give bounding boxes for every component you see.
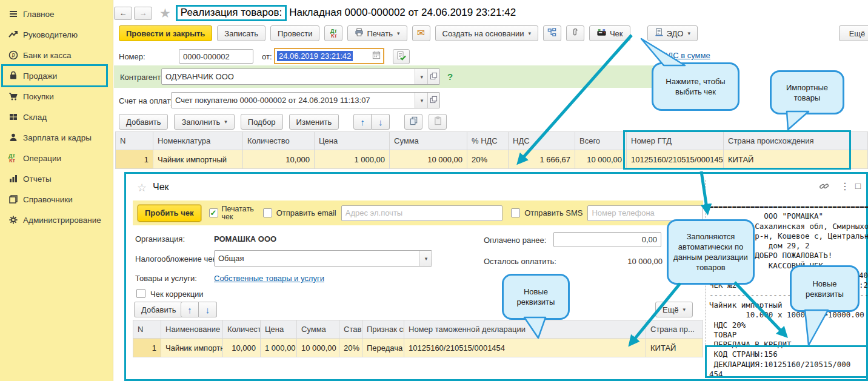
dialog-more-button[interactable]: Ещё▾ <box>655 302 693 317</box>
print-check-label: Печатать чек <box>222 205 255 221</box>
down-arrow-icon: ↓ <box>378 117 383 127</box>
vat-in-total-link[interactable]: НДС в сумме <box>662 51 710 60</box>
callout-auto-fill: Заполняются автоматически по данным реал… <box>667 219 755 285</box>
sidebar-item-warehouse[interactable]: Склад <box>2 107 107 127</box>
move-up-button[interactable]: ↑ <box>353 114 372 130</box>
help-icon[interactable]: ? <box>447 71 453 82</box>
save-button[interactable]: Записать <box>217 25 265 41</box>
up-arrow-icon: ↑ <box>360 117 365 127</box>
paste-button[interactable] <box>429 114 447 130</box>
title-highlight-box: Реализация товаров: <box>176 5 287 21</box>
edo-icon <box>655 28 664 39</box>
sidebar-item-label: Операции <box>23 154 61 163</box>
punch-check-button[interactable]: Пробить чек <box>138 205 201 222</box>
paid-earlier-field[interactable] <box>553 232 661 247</box>
related-docs-button[interactable] <box>543 25 561 41</box>
post-check-button[interactable] <box>393 49 410 64</box>
forward-icon: → <box>139 8 147 18</box>
counterparty-dropdown-button[interactable]: ▾ <box>415 69 427 84</box>
dialog-items-table: N Наименование Количество Цена Сумма Ста… <box>133 320 703 357</box>
open-icon <box>430 96 438 105</box>
forward-button[interactable]: → <box>134 7 152 20</box>
counterparty-open-button[interactable] <box>427 69 439 84</box>
post-button[interactable]: Провести <box>270 25 320 41</box>
bars-icon <box>8 174 23 184</box>
dtkt-icon: ДтКт <box>8 153 23 163</box>
dropdown-icon: ▾ <box>528 30 531 36</box>
number-field[interactable] <box>179 49 253 64</box>
move-down-button[interactable]: ↓ <box>372 114 390 130</box>
edo-button[interactable]: ЭДО▾ <box>647 25 698 41</box>
organization-label: Организация: <box>135 234 185 244</box>
fill-button[interactable]: Заполнить▾ <box>174 114 234 130</box>
date-field[interactable]: 24.06.2019 23:21:42 <box>274 48 384 64</box>
back-icon: ← <box>119 8 127 18</box>
post-check-icon <box>396 51 406 62</box>
items-table-row[interactable]: 1 Чайник импортный 10,000 1 000,00 10 00… <box>116 150 868 169</box>
sidebar-item-purchases[interactable]: Покупки <box>2 86 107 107</box>
gear-icon <box>8 215 23 225</box>
sidebar-item-hr[interactable]: Зарплата и кадры <box>2 127 107 148</box>
svg-text:₽: ₽ <box>12 53 15 59</box>
sidebar-item-reports[interactable]: Отчеты <box>2 168 107 189</box>
favorite-star-icon[interactable]: ★ <box>159 6 171 21</box>
trend-icon <box>8 30 23 39</box>
sidebar-item-manager[interactable]: Руководителю <box>2 24 107 45</box>
invoice-dropdown-button[interactable]: ▾ <box>415 93 427 108</box>
edit-button[interactable]: Изменить <box>289 114 339 130</box>
back-button[interactable]: ← <box>114 7 132 20</box>
items-table: N Номенклатура Количество Цена Сумма % Н… <box>115 131 868 169</box>
sidebar-item-operations[interactable]: ДтКтОперации <box>2 148 107 168</box>
sidebar-item-main[interactable]: Главное <box>2 4 107 24</box>
own-goods-link[interactable]: Собственные товары и услуги <box>214 274 324 283</box>
sidebar-item-admin[interactable]: Администрирование <box>2 210 107 230</box>
add-row-button[interactable]: Добавить <box>119 114 168 130</box>
kebab-icon[interactable]: ⋮ <box>840 181 850 192</box>
invoice-field[interactable]: ▾ <box>171 92 440 108</box>
send-sms-checkbox[interactable] <box>511 208 520 217</box>
copy-button[interactable] <box>404 114 422 130</box>
attachments-button[interactable] <box>566 25 584 41</box>
more-button[interactable]: Ещё <box>839 25 868 41</box>
bag-icon <box>8 71 23 81</box>
envelope-icon: ✉ <box>417 28 425 38</box>
calendar-icon[interactable] <box>372 51 381 61</box>
check-button[interactable]: Чек <box>589 25 630 41</box>
print-button[interactable]: Печать▾ <box>347 25 407 41</box>
sidebar-item-label: Администрирование <box>23 216 101 225</box>
dialog-move-down-button[interactable]: ↓ <box>199 302 217 317</box>
print-check-checkbox[interactable] <box>209 208 218 217</box>
send-email-checkbox[interactable] <box>263 208 272 217</box>
date-value-selected[interactable]: 24.06.2019 23:21:42 <box>277 51 353 61</box>
dialog-title: Чек <box>153 182 169 193</box>
sidebar-item-sales[interactable]: Продажи <box>2 65 107 86</box>
taxation-dropdown-button[interactable]: ▾ <box>419 251 432 266</box>
maximize-icon[interactable]: □ <box>855 181 861 191</box>
printer-icon <box>355 28 364 39</box>
create-based-on-button[interactable]: Создать на основании▾ <box>435 25 538 41</box>
send-sms-label: Отправить SMS <box>524 208 583 217</box>
invoice-open-button[interactable] <box>427 93 439 108</box>
link-icon[interactable] <box>819 181 829 193</box>
date-label: от: <box>262 52 272 61</box>
sidebar-item-bank[interactable]: ₽Банк и касса <box>2 45 107 65</box>
main-toolbar: Провести и закрыть Записать Провести ДтК… <box>119 25 698 41</box>
correction-check-checkbox[interactable] <box>136 289 145 298</box>
items-toolbar: Добавить Заполнить▾ Подбор Изменить ↑ ↓ <box>119 114 447 130</box>
sidebar-item-label: Банк и касса <box>23 51 72 60</box>
dialog-favorite-star-icon[interactable]: ☆ <box>137 181 147 194</box>
up-arrow-icon: ↑ <box>187 305 192 315</box>
left-to-pay-value: 10 000,00 <box>578 257 663 266</box>
email-button[interactable]: ✉ <box>412 25 430 41</box>
sidebar-item-catalogs[interactable]: Справочники <box>2 189 107 210</box>
dtkt-button[interactable]: ДтКт <box>324 25 342 41</box>
taxation-field[interactable]: ▾ <box>214 250 432 267</box>
pick-button[interactable]: Подбор <box>241 114 283 130</box>
dialog-move-up-button[interactable]: ↑ <box>181 302 199 317</box>
post-and-close-button[interactable]: Провести и закрыть <box>119 25 212 41</box>
email-field[interactable] <box>341 205 502 221</box>
dialog-add-row-button[interactable]: Добавить <box>134 302 183 317</box>
dialog-table-row[interactable]: 1 Чайник импортный 10,000 1 000,00 10 00… <box>133 339 703 357</box>
phone-field[interactable] <box>587 205 703 221</box>
counterparty-field[interactable]: ▾ <box>161 68 440 85</box>
